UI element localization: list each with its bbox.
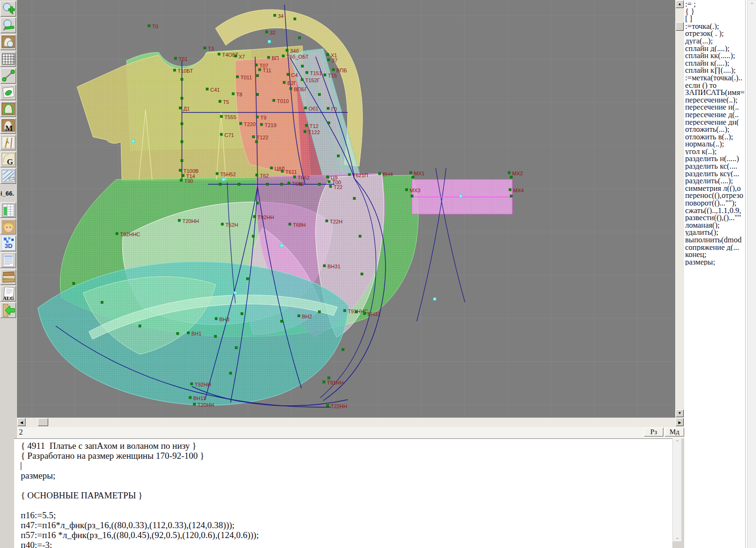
pattern-point[interactable] (301, 65, 304, 68)
command-list-item[interactable]: разделить кс(.... (685, 163, 746, 170)
command-list-item[interactable]: перенос((),отрезо (685, 192, 746, 199)
command-list-item[interactable]: ломаная(); (685, 222, 746, 229)
toolbar-button-zoom-in[interactable] (0, 1, 16, 17)
pattern-point[interactable] (281, 183, 283, 186)
pattern-point[interactable] (274, 14, 276, 17)
selected-point[interactable] (132, 140, 135, 143)
toolbar-button-piece-m[interactable]: M (0, 118, 16, 134)
command-list-item[interactable]: пересечение н(.. (685, 103, 746, 111)
pattern-point[interactable] (179, 169, 181, 171)
command-list-item[interactable]: сплайн д(....); (685, 45, 746, 52)
toolbar-button-drawing-tools[interactable]: A (0, 135, 16, 150)
pattern-point[interactable] (301, 78, 303, 81)
pattern-point[interactable] (181, 78, 183, 81)
pattern-point[interactable] (344, 309, 346, 312)
command-list-item[interactable]: разделить(....); (685, 177, 746, 185)
pattern-point[interactable] (187, 332, 189, 334)
command-list-item[interactable]: если () то (685, 82, 746, 89)
command-list-item[interactable]: [ ] (685, 15, 746, 23)
pattern-point[interactable] (342, 349, 344, 351)
pattern-point[interactable] (218, 53, 220, 55)
toolbar-button-fabric[interactable] (0, 168, 16, 184)
pattern-point[interactable] (252, 235, 255, 238)
command-list-item[interactable]: разделить ксу(... (685, 170, 746, 178)
command-list-item[interactable]: сплайн к∏(....); (685, 67, 746, 74)
pattern-point[interactable] (240, 122, 242, 125)
pattern-point[interactable] (509, 188, 511, 191)
pattern-point[interactable] (116, 232, 118, 235)
pattern-point[interactable] (293, 176, 296, 178)
pattern-point[interactable] (266, 31, 268, 33)
pattern-point[interactable] (327, 59, 330, 61)
pattern-point[interactable] (306, 71, 308, 74)
pattern-point[interactable] (219, 183, 222, 186)
pattern-point[interactable] (326, 404, 329, 407)
selected-point[interactable] (234, 291, 237, 294)
pattern-point[interactable] (326, 53, 329, 56)
toolbar-button-map[interactable] (0, 85, 16, 100)
pattern-point[interactable] (299, 37, 301, 39)
pattern-point[interactable] (290, 87, 292, 90)
command-list-item[interactable]: дуга(...); (685, 37, 746, 45)
command-list-item[interactable]: поворот(()...""); (685, 199, 746, 207)
pattern-point[interactable] (180, 179, 182, 181)
pattern-point[interactable] (324, 74, 326, 76)
pattern-point[interactable] (266, 183, 269, 186)
pattern-point[interactable] (327, 107, 329, 110)
pattern-point[interactable] (270, 167, 273, 169)
pattern-point[interactable] (220, 133, 223, 136)
pattern-point[interactable] (139, 325, 141, 327)
command-list-item[interactable]: сплайн кк(.....); (685, 52, 746, 60)
pattern-point[interactable] (73, 283, 75, 285)
pattern-point[interactable] (318, 311, 321, 313)
command-list-item[interactable]: нормаль(..); (685, 140, 746, 148)
pattern-point[interactable] (348, 173, 351, 176)
command-list-item[interactable]: симметрия л((),о (685, 185, 746, 192)
pattern-point[interactable] (181, 141, 183, 143)
md-button[interactable]: Мд (665, 428, 684, 437)
toolbar-button-table[interactable] (0, 202, 16, 218)
pattern-point[interactable] (304, 130, 306, 133)
pattern-point[interactable] (318, 94, 321, 96)
scroll-down-icon[interactable]: ⌄ (673, 534, 681, 541)
pattern-point[interactable] (255, 64, 258, 66)
pattern-point[interactable] (294, 18, 296, 20)
pattern-point[interactable] (353, 197, 356, 200)
rz-button[interactable]: Рз (644, 428, 663, 437)
pattern-point[interactable] (236, 76, 239, 78)
toolbar-button-measure[interactable] (0, 68, 16, 84)
toolbar-button-grid[interactable] (0, 51, 16, 67)
command-list-item[interactable]: пересечение дн( (685, 119, 746, 126)
pattern-point[interactable] (286, 49, 288, 51)
pattern-point[interactable] (273, 99, 275, 102)
selected-point[interactable] (222, 178, 225, 181)
pattern-point[interactable] (323, 265, 326, 267)
scroll-right-icon[interactable]: ▶ (676, 418, 684, 426)
pattern-point[interactable] (318, 183, 321, 186)
selected-point[interactable] (268, 40, 271, 43)
pattern-point[interactable] (378, 172, 381, 175)
pattern-point[interactable] (101, 301, 103, 304)
command-list-item[interactable]: :=метка(точка(.).. (685, 74, 746, 82)
pattern-point[interactable] (216, 172, 218, 175)
command-list-item[interactable]: сплайн к(....); (685, 60, 746, 67)
pattern-point[interactable] (260, 123, 263, 126)
pattern-point[interactable] (326, 176, 329, 178)
command-list-item[interactable]: отложить(...); (685, 126, 746, 133)
pattern-point[interactable] (241, 313, 243, 315)
toolbar-button-books[interactable] (0, 269, 16, 285)
command-list-item[interactable]: сжать(()..,1.1,0.9, (685, 207, 746, 214)
pattern-point[interactable] (410, 171, 412, 174)
pattern-point[interactable] (508, 171, 510, 174)
command-list-item[interactable]: := ; (685, 0, 746, 8)
pattern-point[interactable] (182, 174, 184, 177)
canvas-hscroll-thumb[interactable] (38, 418, 48, 426)
canvas-vertical-scrollbar[interactable]: ▲ ▼ (675, 0, 684, 418)
scroll-left-icon[interactable]: ◀ (17, 418, 26, 426)
scroll-up-icon[interactable]: ⌃ (673, 438, 681, 446)
command-list-item[interactable]: сопряжение д(... (685, 244, 746, 251)
pattern-point[interactable] (252, 136, 255, 138)
pattern-point[interactable] (256, 141, 258, 143)
pattern-point[interactable] (359, 235, 361, 238)
pattern-point[interactable] (234, 55, 237, 57)
